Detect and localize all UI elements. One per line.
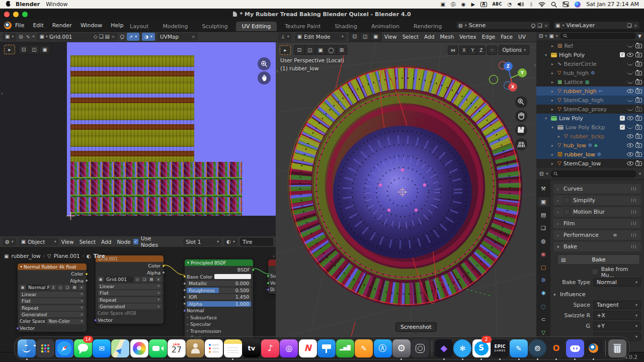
tab-rendering[interactable]: Rendering	[408, 22, 448, 31]
outliner-row-ref[interactable]: ▸▨Ref	[536, 41, 644, 50]
material-name-field[interactable]: Tire	[240, 238, 273, 246]
bake-button[interactable]: ▤ Bake	[557, 254, 640, 264]
menu-window[interactable]: Window	[46, 1, 67, 8]
camera-visibility-icon[interactable]	[635, 116, 642, 121]
navigation-gizmo[interactable]: Z Y X	[490, 62, 527, 92]
disclosure-icon[interactable]: ▸	[551, 107, 555, 112]
uv-canvas[interactable]: ▸ ⊡ ◫ ▣ › ‹	[0, 42, 276, 236]
disclosure-icon[interactable]: ▸	[558, 134, 562, 139]
unlink-scene-icon[interactable]: ×	[544, 23, 548, 28]
shader-type-dropdown[interactable]: ▣ Object▾	[19, 238, 59, 246]
color-output-socket[interactable]	[85, 273, 88, 276]
disclosure-icon[interactable]: ▸	[551, 71, 555, 75]
apple-menu[interactable]	[5, 1, 14, 8]
eye-open-icon[interactable]	[627, 89, 633, 93]
collapse-icon[interactable]: ›	[557, 198, 560, 203]
cursor-tool[interactable]: ◯	[326, 45, 336, 55]
gizmo-minus-y[interactable]	[490, 75, 498, 84]
dock-news-icon[interactable]: N	[299, 336, 317, 360]
pin-image-icon[interactable]	[120, 35, 124, 39]
filter-icon[interactable]: ▼	[638, 34, 641, 39]
face-select-mode-button[interactable]: ▣	[370, 32, 381, 41]
collection-checkbox[interactable]: ✓	[620, 52, 625, 57]
shader-menu-view[interactable]: View	[61, 239, 74, 245]
editor-type-3d-button[interactable]: ⊥▾	[278, 33, 292, 41]
box-select-tool[interactable]: ⊡	[294, 45, 304, 55]
tab-layout[interactable]: Layout	[124, 22, 154, 31]
disclosure-icon[interactable]: ▾	[545, 53, 549, 57]
outliner-search-input[interactable]	[560, 33, 636, 39]
camera-visibility-icon[interactable]	[635, 80, 642, 84]
mode-dropdown[interactable]: ▣ Edit Mode▾	[295, 33, 346, 41]
mirror-x-button[interactable]: X	[459, 46, 468, 55]
camera-visibility-icon[interactable]	[635, 71, 642, 75]
subpanel-specular[interactable]: ›Specular	[187, 321, 251, 327]
control-center-icon[interactable]	[562, 2, 569, 7]
image-icon[interactable]: ▣	[98, 277, 104, 282]
screentime-icon[interactable]: ◔	[508, 2, 512, 7]
camera-visibility-icon[interactable]	[635, 98, 642, 103]
uv-select-vertex-button[interactable]: ⊡	[18, 45, 29, 54]
normal-input-socket[interactable]	[183, 309, 186, 312]
outliner-row-lattice[interactable]: ▸▦Lattice▦	[536, 77, 644, 86]
input-abc-label[interactable]: ABC	[493, 3, 502, 7]
alpha-input-socket[interactable]	[183, 302, 186, 305]
disclosure-icon[interactable]: ▸	[551, 89, 555, 94]
menu-blender-app[interactable]: Blender	[16, 1, 40, 8]
viewport-menu-face[interactable]: Face	[501, 34, 513, 40]
g-app-icon[interactable]: Ⓖ	[451, 2, 456, 7]
dock-battlenet-icon[interactable]: ✻	[453, 336, 471, 360]
mirror-y-button[interactable]: Y	[468, 46, 476, 55]
play-icon[interactable]: ▶	[471, 2, 475, 7]
collapse-icon[interactable]: ›	[557, 221, 560, 226]
dock-trash-icon[interactable]	[608, 336, 626, 360]
dock-launchpad-icon[interactable]	[36, 336, 54, 360]
viewport-zoom-button[interactable]	[515, 96, 527, 108]
viewport-menu-select[interactable]: Select	[403, 34, 419, 40]
dock-notes-icon[interactable]	[224, 336, 242, 360]
wifi-icon[interactable]	[538, 2, 545, 7]
collapse-icon[interactable]: ›	[557, 233, 560, 238]
viewport-side-buttons[interactable]	[515, 96, 527, 150]
disclosure-icon[interactable]: ▸	[551, 62, 555, 66]
new-scene-icon[interactable]: ❏	[537, 23, 542, 28]
camera-visibility-icon[interactable]	[635, 161, 642, 166]
camera-visibility-icon[interactable]	[635, 44, 642, 48]
section-performance[interactable]: ›Performance≡	[553, 230, 641, 240]
tweak-tool-button-3d[interactable]: ▸	[280, 45, 291, 55]
disclosure-icon[interactable]: ▸	[551, 44, 555, 48]
camera-visibility-icon[interactable]	[635, 143, 642, 148]
viewport-canvas[interactable]: Z Y X	[276, 42, 536, 352]
ior-input-socket[interactable]	[183, 296, 186, 299]
dock-facetime-icon[interactable]	[149, 336, 167, 360]
properties-tab-object[interactable]: ▢	[537, 262, 549, 272]
shader-menu-add[interactable]: Add	[101, 239, 111, 245]
outliner-row-stemcap-proxy[interactable]: ▸▽StemCap_proxy	[536, 105, 644, 114]
metallic-input-socket[interactable]	[183, 282, 186, 285]
properties-options-icon[interactable]: ▾	[639, 171, 641, 176]
section-simplify[interactable]: ›Simplify	[553, 196, 641, 205]
dock-reminders-icon[interactable]	[205, 336, 223, 360]
outliner-row-high-poly[interactable]: ▾High Poly✓	[536, 50, 644, 59]
properties-tab-view-layer[interactable]: ❏	[537, 223, 549, 233]
section-curves[interactable]: ›Curves	[553, 184, 641, 194]
dock-photos-icon[interactable]	[130, 336, 148, 360]
viewport-menu-add[interactable]: Add	[424, 34, 434, 40]
outliner-row-beziercircle[interactable]: ▸∿BezierCircle	[536, 59, 644, 68]
outliner-display-mode-icon[interactable]: ⊟	[539, 33, 543, 39]
sidebar-collapse-icon[interactable]: ‹	[273, 90, 275, 96]
outliner-row-low-poly[interactable]: ▾Low Poly✓	[536, 114, 644, 123]
dock-safari-icon[interactable]	[55, 336, 73, 360]
disclosure-icon[interactable]: ▸	[551, 143, 555, 148]
eye-open-icon[interactable]	[627, 116, 633, 120]
editor-type-shader-button[interactable]: ◍▾	[3, 238, 16, 246]
camera-visibility-icon[interactable]	[635, 53, 642, 57]
dock-appstore-icon[interactable]: Ⓐ	[373, 336, 391, 360]
mirror-z-button[interactable]: Z	[476, 46, 486, 55]
material-output-node[interactable]: Su Vo Di	[268, 259, 276, 294]
dock-music-icon[interactable]: ♪	[261, 336, 279, 360]
shader-menu-node[interactable]: Node	[117, 239, 130, 245]
eye-closed-icon[interactable]	[627, 80, 633, 83]
dock-pencil-icon[interactable]: ✎	[510, 336, 528, 360]
dock-obsidian-icon[interactable]: ◆	[435, 336, 453, 360]
